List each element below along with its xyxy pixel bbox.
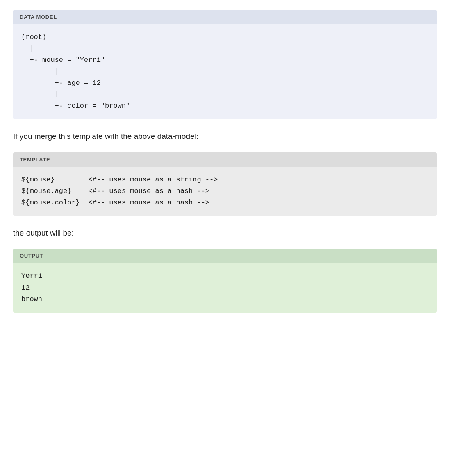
data-model-header: DATA MODEL (13, 10, 437, 24)
template-body: ${mouse} <#-- uses mouse as a string -->… (13, 167, 437, 216)
output-block: OUTPUT Yerri 12 brown (13, 249, 437, 312)
prose-text-1: If you merge this template with the abov… (13, 131, 437, 143)
template-block: TEMPLATE ${mouse} <#-- uses mouse as a s… (13, 152, 437, 216)
data-model-block: DATA MODEL (root) | +- mouse = "Yerri" |… (13, 10, 437, 119)
prose-text-2: the output will be: (13, 227, 437, 239)
template-header: TEMPLATE (13, 152, 437, 167)
output-header: OUTPUT (13, 249, 437, 263)
output-body: Yerri 12 brown (13, 263, 437, 312)
data-model-body: (root) | +- mouse = "Yerri" | +- age = 1… (13, 24, 437, 119)
